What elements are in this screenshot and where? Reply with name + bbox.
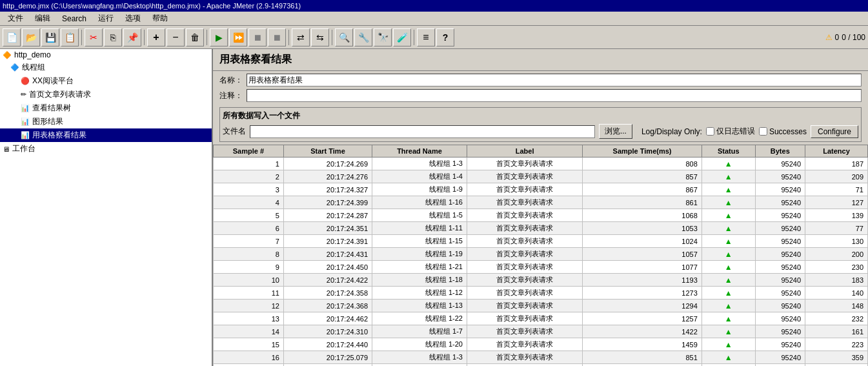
run-all-button[interactable]: ⏩ <box>229 28 247 46</box>
stop-all-button[interactable]: ⏹ <box>268 28 286 46</box>
cell-sample-time: 851 <box>583 351 702 364</box>
tree-item-workbench[interactable]: 🖥 工作台 <box>0 142 212 156</box>
cell-status: ▲ <box>701 338 755 351</box>
table-row: 16 20:17:25.079 线程组 1-3 首页文章列表请求 851 ▲ 9… <box>214 351 868 364</box>
table-row: 8 20:17:24.431 线程组 1-19 首页文章列表请求 1057 ▲ … <box>214 248 868 261</box>
status-icon: ▲ <box>725 185 732 194</box>
cell-label: 首页文章列表请求 <box>467 325 582 338</box>
tree-item-xx-platform[interactable]: 🔴 XX阅读平台 <box>0 74 212 88</box>
bottle-button[interactable]: 🧪 <box>393 28 411 46</box>
cell-time: 20:17:24.391 <box>283 235 372 248</box>
cell-label: 首页文章列表请求 <box>467 170 582 183</box>
col-latency: Latency <box>805 145 868 158</box>
cell-sample-time: 1257 <box>583 312 702 325</box>
status-icon: ▲ <box>725 211 732 220</box>
cut-button[interactable]: ✂ <box>85 28 103 46</box>
cell-bytes: 95240 <box>755 338 805 351</box>
cell-thread: 线程组 1-27 <box>372 364 467 367</box>
file-input[interactable] <box>250 125 595 138</box>
tree-icon-table-results: 📊 <box>21 131 30 139</box>
menu-edit[interactable]: 编辑 <box>30 12 56 25</box>
cell-time: 20:17:24.368 <box>283 300 372 312</box>
configure-button[interactable]: Configure <box>811 125 858 138</box>
results-table-container[interactable]: Sample # Start Time Thread Name Label Sa… <box>213 145 868 366</box>
menu-help[interactable]: 帮助 <box>147 12 173 25</box>
cell-thread: 线程组 1-5 <box>372 209 467 222</box>
cell-bytes: 95240 <box>755 248 805 261</box>
tree-item-view-results[interactable]: 📊 查看结果树 <box>0 101 212 115</box>
add-button[interactable]: + <box>147 28 165 46</box>
sep2 <box>144 30 145 45</box>
cell-thread: 线程组 1-20 <box>372 338 467 351</box>
stop-button[interactable]: ⏹ <box>248 28 267 46</box>
successes-checkbox[interactable] <box>759 127 767 136</box>
tree-item-homepage-request[interactable]: ✏ 首页文章列表请求 <box>0 88 212 101</box>
run-button[interactable]: ▶ <box>210 28 228 46</box>
menu-file[interactable]: 文件 <box>3 12 28 25</box>
error-only-checkbox[interactable] <box>706 127 714 136</box>
cell-label: 首页文章列表请求 <box>467 300 582 312</box>
browse-button[interactable]: 浏览... <box>599 124 632 139</box>
comment-label: 注释： <box>219 90 243 101</box>
menu-options[interactable]: 选项 <box>120 12 146 25</box>
save-button[interactable]: 💾 <box>41 28 59 46</box>
name-row: 名称： <box>219 74 862 86</box>
col-sample-time: Sample Time(ms) <box>583 145 702 158</box>
cell-bytes: 95240 <box>755 261 805 274</box>
cell-time: 20:17:24.269 <box>283 158 372 170</box>
menu-search[interactable]: Search <box>57 13 92 25</box>
sep4 <box>288 30 289 45</box>
menu-bar: 文件 编辑 Search 运行 选项 帮助 <box>0 12 868 26</box>
name-input[interactable] <box>247 74 862 86</box>
cell-sample: 4 <box>214 196 284 209</box>
comment-input[interactable] <box>247 89 862 102</box>
cell-time: 20:17:24.287 <box>283 209 372 222</box>
cell-time: 20:17:25.079 <box>283 351 372 364</box>
search-button[interactable]: 🔍 <box>335 28 353 46</box>
cell-thread: 线程组 1-22 <box>372 312 467 325</box>
toolbar: 📄 📂 💾 📋 ✂ ⎘ 📌 + − 🗑 ▶ ⏩ ⏹ ⏹ ⇄ ⇆ 🔍 🔧 🔭 🧪 … <box>0 26 868 49</box>
cell-thread: 线程组 1-3 <box>372 351 467 364</box>
error-only-checkbox-label[interactable]: 仅日志错误 <box>706 126 755 137</box>
cell-thread: 线程组 1-18 <box>372 274 467 287</box>
successes-checkbox-label[interactable]: Successes <box>759 127 807 136</box>
cell-label: 首页文章列表请求 <box>467 274 582 287</box>
tree-item-thread-group[interactable]: 🔷 线程组 <box>0 61 212 74</box>
cell-thread: 线程组 1-21 <box>372 261 467 274</box>
table-row: 17 20:17:24.513 线程组 1-27 首页文章列表请求 1587 ▲… <box>214 364 868 367</box>
tree-item-http-demo[interactable]: 🔶 http_demo <box>0 49 212 61</box>
tree-item-table-results[interactable]: 📊 用表格察看结果 <box>0 128 212 142</box>
template-button[interactable]: 📋 <box>61 28 79 46</box>
status-icon: ▲ <box>725 159 732 168</box>
toggle-button[interactable]: ⇄ <box>292 28 310 46</box>
tool-button[interactable]: 🔧 <box>354 28 372 46</box>
cell-sample-time: 1068 <box>583 209 702 222</box>
status-icon: ▲ <box>725 250 732 259</box>
status-icon: ▲ <box>725 314 732 323</box>
remove-button[interactable]: − <box>167 28 185 46</box>
toggle2-button[interactable]: ⇆ <box>311 28 329 46</box>
open-button[interactable]: 📂 <box>22 28 40 46</box>
help-button[interactable]: ? <box>436 28 454 46</box>
tree-item-graph-results[interactable]: 📊 图形结果 <box>0 115 212 128</box>
list-button[interactable]: ≡ <box>417 28 435 46</box>
cell-time: 20:17:24.422 <box>283 274 372 287</box>
tree-label-thread-group: 线程组 <box>22 62 45 73</box>
cell-label: 首页文章列表请求 <box>467 261 582 274</box>
new-button[interactable]: 📄 <box>3 28 21 46</box>
binoculars-button[interactable]: 🔭 <box>374 28 392 46</box>
cell-status: ▲ <box>701 261 755 274</box>
sep6 <box>414 30 414 45</box>
table-row: 14 20:17:24.310 线程组 1-7 首页文章列表请求 1422 ▲ … <box>214 325 868 338</box>
comment-row: 注释： <box>219 89 862 102</box>
col-thread-name: Thread Name <box>372 145 467 158</box>
clear-button[interactable]: 🗑 <box>186 28 204 46</box>
cell-label: 首页文章列表请求 <box>467 222 582 235</box>
cell-status: ▲ <box>701 158 755 170</box>
copy-button[interactable]: ⎘ <box>104 28 122 46</box>
warning-count: 0 <box>835 33 840 42</box>
menu-run[interactable]: 运行 <box>93 12 119 25</box>
cell-label: 首页文章列表请求 <box>467 235 582 248</box>
status-icon: ▲ <box>725 224 732 233</box>
paste-button[interactable]: 📌 <box>123 28 141 46</box>
